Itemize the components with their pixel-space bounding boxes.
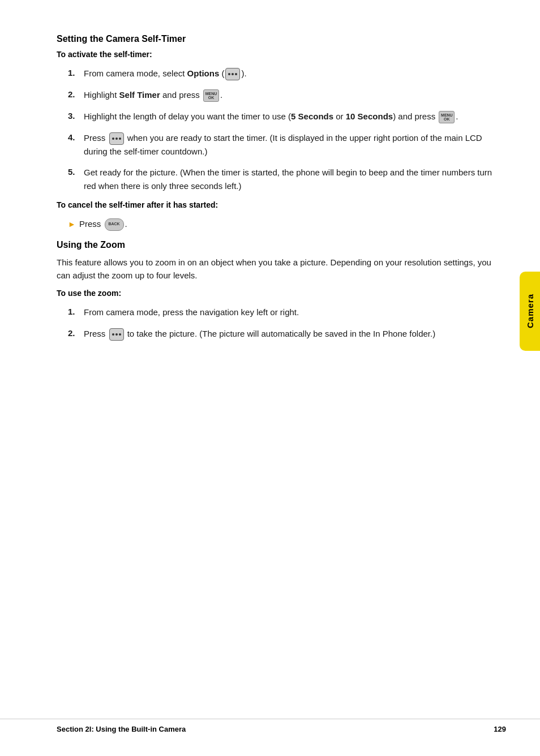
5-seconds-bold: 5 Seconds: [291, 111, 333, 121]
step-5-number: 5.: [68, 166, 84, 179]
step-1-content: From camera mode, select Options ().: [84, 67, 495, 80]
options-icon-2: [109, 132, 124, 145]
step-1-number: 1.: [68, 67, 84, 80]
section-zoom: Using the Zoom This feature allows you t…: [57, 240, 495, 341]
step-1: 1. From camera mode, select Options ().: [68, 67, 495, 80]
options-bold: Options: [187, 68, 220, 78]
step-2: 2. Highlight Self Timer and press MENUOK…: [68, 88, 495, 102]
menu-ok-icon-2: MENUOK: [439, 111, 455, 123]
step-2-number: 2.: [68, 88, 84, 101]
step-2-content: Highlight Self Timer and press MENUOK.: [84, 88, 495, 102]
step-3: 3. Highlight the length of delay you wan…: [68, 110, 495, 123]
options-icon-3: [109, 328, 124, 341]
activate-heading: To activate the self-timer:: [57, 50, 495, 59]
zoom-title: Using the Zoom: [57, 240, 495, 250]
zoom-heading: To use the zoom:: [57, 289, 495, 298]
back-icon: BACK: [105, 218, 124, 231]
footer-page-number: 129: [494, 725, 506, 733]
section-title-self-timer: Setting the Camera Self-Timer: [57, 34, 495, 44]
zoom-step-1-number: 1.: [68, 306, 84, 319]
zoom-step-2-number: 2.: [68, 327, 84, 340]
cancel-heading: To cancel the self-timer after it has st…: [57, 200, 495, 209]
self-timer-steps: 1. From camera mode, select Options (). …: [68, 67, 495, 192]
step-4: 4. Press when you are ready to start the…: [68, 131, 495, 158]
10-seconds-bold: 10 Seconds: [346, 111, 393, 121]
section-self-timer: Setting the Camera Self-Timer To activat…: [57, 34, 495, 231]
footer-section-label: Section 2I: Using the Built-in Camera: [57, 725, 186, 733]
cancel-step-content: Press BACK.: [79, 217, 495, 231]
sidebar-tab-label: Camera: [525, 294, 535, 328]
step-3-number: 3.: [68, 110, 84, 123]
zoom-step-1: 1. From camera mode, press the navigatio…: [68, 306, 495, 319]
sidebar-tab: Camera: [520, 272, 540, 351]
step-3-content: Highlight the length of delay you want t…: [84, 110, 495, 123]
step-4-content: Press when you are ready to start the ti…: [84, 131, 495, 158]
zoom-step-2-content: Press to take the picture. (The picture …: [84, 327, 495, 341]
step-5-content: Get ready for the picture. (When the tim…: [84, 166, 495, 192]
options-icon-1: [225, 68, 240, 80]
page-footer: Section 2I: Using the Built-in Camera 12…: [0, 719, 540, 733]
zoom-steps: 1. From camera mode, press the navigatio…: [68, 306, 495, 340]
step-5: 5. Get ready for the picture. (When the …: [68, 166, 495, 192]
self-timer-bold: Self Timer: [119, 90, 160, 100]
zoom-description: This feature allows you to zoom in on an…: [57, 256, 495, 282]
cancel-bullet: ► Press BACK.: [68, 217, 495, 231]
menu-ok-icon-1: MENUOK: [203, 89, 219, 102]
zoom-step-1-content: From camera mode, press the navigation k…: [84, 306, 495, 319]
zoom-step-2: 2. Press to take the picture. (The pictu…: [68, 327, 495, 341]
bullet-arrow-icon: ►: [68, 218, 79, 231]
step-4-number: 4.: [68, 131, 84, 144]
page-container: Setting the Camera Self-Timer To activat…: [0, 0, 540, 756]
